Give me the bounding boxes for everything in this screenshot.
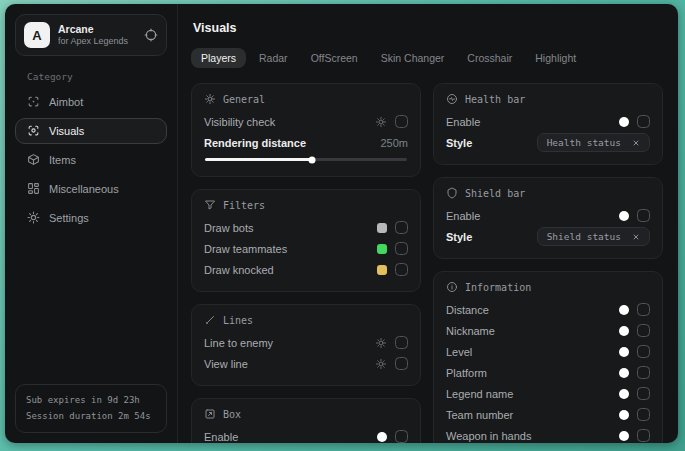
- box-frame-icon: [204, 408, 216, 420]
- app-logo: A: [24, 22, 50, 48]
- setting-row-weapon-in-hands: Weapon in hands: [446, 425, 650, 443]
- app-titles: Arcane for Apex Legends: [58, 23, 136, 47]
- visibility-check-checkbox[interactable]: [395, 115, 408, 128]
- card-lines: Lines Line to enemy View line: [191, 304, 421, 386]
- gear-icon[interactable]: [375, 116, 387, 128]
- main-panel: Visuals Players Radar OffScreen Skin Cha…: [178, 4, 678, 443]
- app-window: A Arcane for Apex Legends Category Aimbo…: [5, 4, 678, 443]
- sidebar-item-label: Visuals: [49, 125, 84, 137]
- tab-crosshair[interactable]: Crosshair: [457, 48, 522, 68]
- tab-players[interactable]: Players: [191, 48, 246, 68]
- sidebar-item-label: Settings: [49, 212, 89, 224]
- dashboard-grid-icon: [27, 182, 40, 195]
- card-title: Filters: [223, 200, 265, 211]
- box-enable-checkbox[interactable]: [395, 430, 408, 443]
- team-number-checkbox[interactable]: [637, 408, 650, 421]
- setting-row-visibility-check: Visibility check: [204, 111, 408, 132]
- card-health-bar: Health bar Enable Style Health status: [433, 83, 663, 165]
- card-lines-header: Lines: [204, 314, 408, 326]
- color-swatch[interactable]: [619, 211, 629, 221]
- draw-teammates-checkbox[interactable]: [395, 242, 408, 255]
- setting-row-nickname: Nickname: [446, 320, 650, 341]
- page-title: Visuals: [193, 21, 663, 35]
- rendering-distance-slider[interactable]: [205, 158, 407, 161]
- platform-checkbox[interactable]: [637, 366, 650, 379]
- card-shield-bar: Shield bar Enable Style Shield status: [433, 177, 663, 259]
- nickname-checkbox[interactable]: [637, 324, 650, 337]
- line-to-enemy-checkbox[interactable]: [395, 336, 408, 349]
- color-swatch[interactable]: [377, 432, 387, 442]
- color-swatch[interactable]: [619, 305, 629, 315]
- app-name: Arcane: [58, 23, 136, 36]
- target-icon[interactable]: [144, 28, 158, 42]
- health-style-select[interactable]: Health status: [537, 133, 650, 152]
- color-swatch[interactable]: [619, 410, 629, 420]
- card-general-header: General: [204, 93, 408, 105]
- level-checkbox[interactable]: [637, 345, 650, 358]
- sidebar-item-visuals[interactable]: Visuals: [15, 118, 167, 144]
- view-line-checkbox[interactable]: [395, 357, 408, 370]
- color-swatch[interactable]: [377, 244, 387, 254]
- info-icon: [446, 281, 458, 293]
- card-information-header: Information: [446, 281, 650, 293]
- setting-row-legend-name: Legend name: [446, 383, 650, 404]
- tab-offscreen[interactable]: OffScreen: [301, 48, 368, 68]
- health-enable-checkbox[interactable]: [637, 115, 650, 128]
- tab-highlight[interactable]: Highlight: [525, 48, 586, 68]
- session-duration-text: Session duration 2m 54s: [26, 408, 156, 424]
- tab-radar[interactable]: Radar: [249, 48, 298, 68]
- card-title: General: [223, 94, 265, 105]
- distance-checkbox[interactable]: [637, 303, 650, 316]
- setting-row-health-style: Style Health status: [446, 132, 650, 153]
- sub-expires-text: Sub expires in 9d 23h: [26, 392, 156, 408]
- card-shield-bar-header: Shield bar: [446, 187, 650, 199]
- card-title: Box: [223, 409, 241, 420]
- draw-bots-checkbox[interactable]: [395, 221, 408, 234]
- setting-row-team-number: Team number: [446, 404, 650, 425]
- card-title: Shield bar: [465, 188, 525, 199]
- legend-name-checkbox[interactable]: [637, 387, 650, 400]
- color-swatch[interactable]: [619, 389, 629, 399]
- card-general: General Visibility check Rendering dista…: [191, 83, 421, 177]
- sidebar-nav: Aimbot Visuals Items Miscellaneous: [5, 87, 177, 232]
- close-icon[interactable]: [632, 139, 640, 147]
- draw-knocked-checkbox[interactable]: [395, 263, 408, 276]
- color-swatch[interactable]: [619, 431, 629, 441]
- app-header: A Arcane for Apex Legends: [15, 14, 167, 56]
- color-swatch[interactable]: [619, 117, 629, 127]
- card-title: Lines: [223, 315, 253, 326]
- gear-icon[interactable]: [375, 337, 387, 349]
- app-subtitle: for Apex Legends: [58, 36, 136, 47]
- card-title: Health bar: [465, 94, 525, 105]
- color-swatch[interactable]: [619, 347, 629, 357]
- gear-icon: [27, 211, 40, 224]
- color-swatch[interactable]: [377, 265, 387, 275]
- card-health-bar-header: Health bar: [446, 93, 650, 105]
- tab-skin-changer[interactable]: Skin Changer: [371, 48, 455, 68]
- weapon-in-hands-checkbox[interactable]: [637, 429, 650, 442]
- card-filters-header: Filters: [204, 199, 408, 211]
- health-pulse-icon: [446, 93, 458, 105]
- setting-row-box-enable: Enable: [204, 426, 408, 443]
- setting-row-platform: Platform: [446, 362, 650, 383]
- color-swatch[interactable]: [377, 223, 387, 233]
- gear-icon[interactable]: [375, 358, 387, 370]
- funnel-icon: [204, 199, 216, 211]
- setting-row-draw-knocked: Draw knocked: [204, 259, 408, 280]
- sidebar-item-settings[interactable]: Settings: [15, 205, 167, 231]
- slider-thumb[interactable]: [309, 156, 316, 163]
- sun-gear-icon: [204, 93, 216, 105]
- sidebar-item-label: Items: [49, 154, 76, 166]
- setting-row-distance: Distance: [446, 299, 650, 320]
- sidebar-item-aimbot[interactable]: Aimbot: [15, 89, 167, 115]
- crosshair-scan-icon: [27, 95, 40, 108]
- eye-scan-icon: [27, 124, 40, 137]
- sidebar-item-items[interactable]: Items: [15, 147, 167, 173]
- setting-row-shield-enable: Enable: [446, 205, 650, 226]
- color-swatch[interactable]: [619, 326, 629, 336]
- close-icon[interactable]: [632, 233, 640, 241]
- shield-style-select[interactable]: Shield status: [537, 227, 650, 246]
- sidebar-item-miscellaneous[interactable]: Miscellaneous: [15, 176, 167, 202]
- color-swatch[interactable]: [619, 368, 629, 378]
- shield-enable-checkbox[interactable]: [637, 209, 650, 222]
